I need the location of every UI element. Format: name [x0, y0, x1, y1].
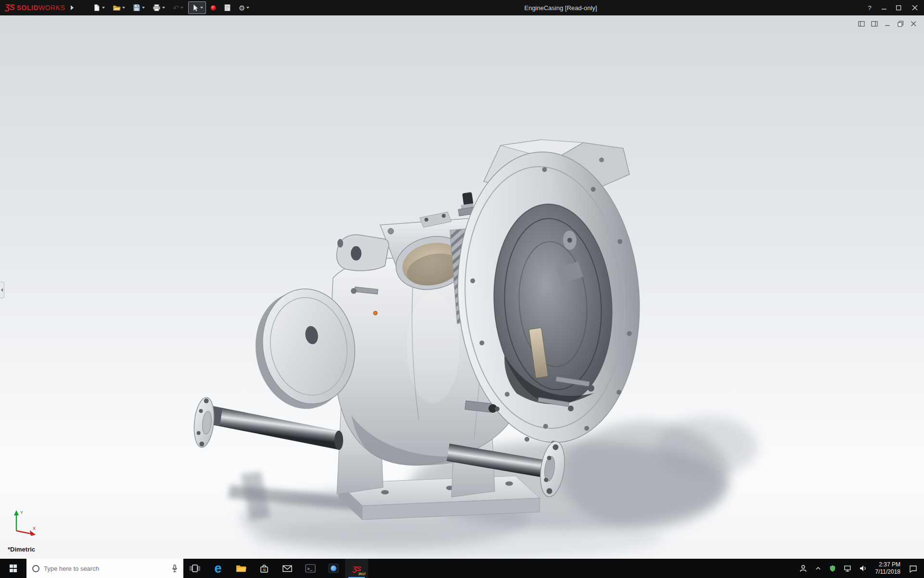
- pane-float-icon: [858, 21, 865, 27]
- undo-button[interactable]: ↶: [170, 1, 186, 14]
- solidworks-taskbar-button[interactable]: ƷS 2017: [345, 559, 368, 578]
- open-button[interactable]: [110, 1, 128, 14]
- y-axis-label: Y: [20, 510, 23, 515]
- taskbar-clock[interactable]: 2:37 PM 7/11/2018: [871, 561, 906, 576]
- doc-minimize-button[interactable]: [883, 19, 892, 28]
- doc-close-icon: [911, 21, 917, 27]
- doc-restore-button[interactable]: [896, 19, 905, 28]
- defender-button[interactable]: [825, 559, 840, 578]
- store-icon: [258, 563, 270, 574]
- orientation-triad[interactable]: Y X: [9, 509, 39, 536]
- dropdown-caret[interactable]: [102, 7, 105, 9]
- console-glyph: >_: [307, 567, 312, 572]
- task-view-icon: [189, 563, 201, 574]
- console-button[interactable]: >_: [299, 559, 322, 578]
- record-icon: [211, 5, 216, 11]
- save-button[interactable]: [130, 1, 148, 14]
- dassault-3ds-mark: ƷS: [5, 3, 14, 13]
- windows-logo-icon: [10, 565, 17, 572]
- system-tray: 2:37 PM 7/11/2018: [796, 559, 924, 578]
- left-shaft-flange[interactable]: [192, 396, 217, 448]
- file-properties-button[interactable]: [221, 1, 234, 14]
- chevron-up-icon: [814, 565, 822, 572]
- file-explorer-icon: [235, 563, 247, 574]
- photos-icon: [328, 563, 339, 574]
- macro-record-button[interactable]: [208, 1, 219, 14]
- x-axis-label: X: [33, 526, 36, 531]
- float-pane-button[interactable]: [857, 19, 866, 28]
- help-button[interactable]: ?: [862, 0, 877, 15]
- mail-icon: [282, 563, 293, 574]
- edge-button[interactable]: e: [206, 559, 230, 578]
- edge-icon: e: [214, 562, 221, 575]
- dropdown-caret[interactable]: [122, 7, 125, 9]
- document-title: EngineCasing [Read-only]: [524, 0, 597, 15]
- mail-button[interactable]: [276, 559, 299, 578]
- select-cursor-icon: [191, 4, 199, 12]
- undo-icon: ↶: [173, 4, 179, 12]
- select-button[interactable]: [188, 1, 206, 14]
- help-icon: ?: [868, 4, 871, 12]
- doc-close-button[interactable]: [909, 19, 918, 28]
- shield-icon: [829, 565, 836, 572]
- search-input[interactable]: [44, 565, 166, 572]
- title-bar: ƷS SOLIDWORKS ↶ ⚙ EngineCasing [Read-onl…: [0, 0, 924, 15]
- cortana-icon: [32, 565, 39, 572]
- microphone-icon[interactable]: [170, 564, 180, 573]
- network-button[interactable]: [840, 559, 855, 578]
- new-document-button[interactable]: [90, 1, 108, 14]
- volume-button[interactable]: [855, 559, 871, 578]
- start-button[interactable]: [0, 559, 26, 578]
- dock-pane-button[interactable]: [870, 19, 879, 28]
- console-icon: >_: [305, 563, 316, 574]
- dropdown-caret[interactable]: [162, 7, 165, 9]
- options-button[interactable]: ⚙: [236, 1, 252, 14]
- tray-overflow-button[interactable]: [811, 559, 825, 578]
- doc-minimize-icon: [885, 21, 891, 27]
- action-center-button[interactable]: [905, 559, 921, 578]
- print-icon: [153, 4, 161, 12]
- people-button[interactable]: [796, 559, 811, 578]
- toolbar-flyout-button[interactable]: [69, 2, 76, 13]
- dropdown-caret[interactable]: [246, 7, 249, 9]
- volume-icon: [859, 564, 867, 573]
- solidworks-version-badge: 2017: [358, 572, 366, 576]
- y-axis-arrow: [14, 510, 19, 515]
- dropdown-caret[interactable]: [180, 7, 183, 9]
- document-window-controls: [857, 19, 918, 28]
- pane-dock-icon: [871, 21, 878, 27]
- minimize-button[interactable]: [877, 0, 891, 15]
- doc-restore-icon: [898, 21, 904, 27]
- close-icon: [912, 5, 918, 11]
- gear-icon: ⚙: [239, 4, 245, 12]
- solidworks-logo: ƷS SOLIDWORKS: [0, 3, 69, 13]
- file-explorer-button[interactable]: [230, 559, 253, 578]
- photos-button[interactable]: [322, 559, 345, 578]
- maximize-icon: [896, 5, 901, 11]
- task-view-button[interactable]: [183, 559, 206, 578]
- window-controls: ?: [862, 0, 924, 15]
- view-orientation-label: *Dimetric: [8, 546, 35, 553]
- engine-casing-model[interactable]: [0, 15, 924, 559]
- people-icon: [799, 564, 808, 573]
- dropdown-caret[interactable]: [142, 7, 145, 9]
- action-center-icon: [909, 564, 918, 573]
- dropdown-caret[interactable]: [200, 7, 203, 9]
- chevron-right-icon: [71, 5, 74, 10]
- maximize-button[interactable]: [891, 0, 906, 15]
- selection-point[interactable]: [373, 311, 377, 315]
- clock-date: 7/11/2018: [875, 568, 901, 576]
- taskbar-search[interactable]: [26, 559, 183, 578]
- print-button[interactable]: [150, 1, 168, 14]
- store-button[interactable]: [253, 559, 276, 578]
- x-axis-arrow: [30, 530, 36, 536]
- graphics-viewport[interactable]: Y X *Dimetric: [0, 15, 924, 559]
- new-document-icon: [93, 4, 101, 12]
- save-icon: [133, 4, 141, 12]
- close-button[interactable]: [906, 0, 924, 15]
- clock-time: 2:37 PM: [879, 561, 900, 568]
- network-icon: [843, 564, 852, 573]
- open-folder-icon: [113, 4, 121, 12]
- file-properties-icon: [224, 4, 231, 12]
- brand-wordmark: SOLIDWORKS: [17, 4, 65, 12]
